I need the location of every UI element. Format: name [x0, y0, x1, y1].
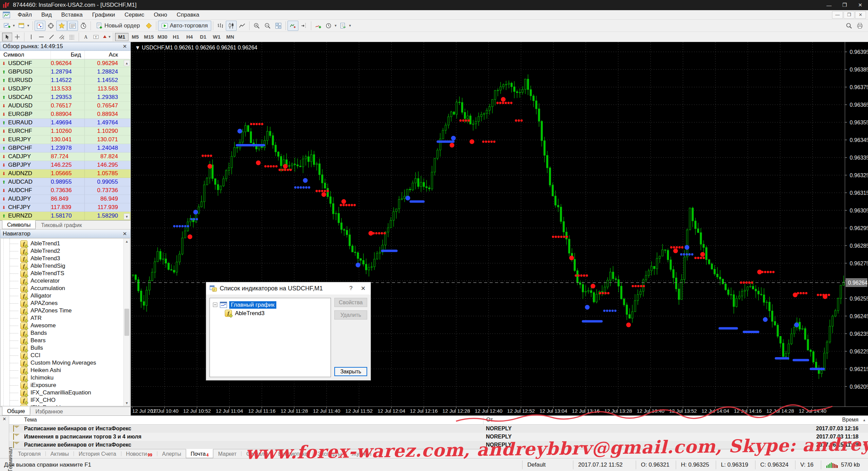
menu-item-insert[interactable]: Вставка — [57, 11, 87, 19]
navigator-tab-1[interactable]: Избранное — [31, 407, 68, 415]
terminal-close-icon[interactable]: ✕ — [0, 416, 9, 422]
arrows-tool-button[interactable]: ▾ — [101, 33, 111, 41]
market-watch-row-eurusd[interactable]: ⬆EURUSD1.145221.14552 — [0, 76, 131, 85]
tree-collapse-icon[interactable] — [213, 303, 217, 307]
market-watch-row-eurgbp[interactable]: ⬇EURGBP0.889040.88934 — [0, 110, 131, 119]
navigator-item-abletrendsig[interactable]: fAbleTrendSig — [1, 262, 130, 270]
market-watch-row-euraud[interactable]: ⬆EURAUD1.496941.49764 — [0, 119, 131, 127]
text-label-tool-button[interactable]: T — [91, 33, 101, 41]
market-watch-row-audcad[interactable]: ⬆AUDCAD0.989550.99055 — [0, 178, 131, 186]
terminal-tab-trade[interactable]: Торговля — [13, 449, 45, 458]
menu-item-window[interactable]: Окно — [149, 11, 172, 19]
navigator-item-custom-moving-averages[interactable]: fCustom Moving Averages — [1, 359, 130, 367]
market-watch-row-audchf[interactable]: ⬇AUDCHF0.736360.73736 — [0, 186, 131, 195]
search-button[interactable] — [844, 21, 854, 31]
indicators-list-dialog[interactable]: f Список индикаторов на USDCHF,M1 ? ✕ Гл… — [206, 282, 371, 381]
metaeditor-button[interactable] — [143, 21, 154, 31]
column-from[interactable]: От — [483, 416, 804, 424]
navigator-item-ifx-cho[interactable]: fIFX_CHO — [1, 396, 130, 404]
close-dialog-button[interactable]: Закрыть — [334, 367, 367, 376]
indicators-listbox[interactable]: Главный график f AbleTrend3 — [210, 298, 331, 377]
timeframe-button-h1[interactable]: H1 — [169, 33, 183, 41]
mail-row-1[interactable]: Изменения в расписании торгов 3 и 4 июля… — [9, 433, 868, 441]
navigator-item-abletrend2[interactable]: fAbleTrend2 — [1, 247, 130, 255]
navigator-item-bears[interactable]: fBears — [1, 337, 130, 344]
market-watch-row-audnzd[interactable]: ⬇AUDNZD1.056651.05785 — [0, 169, 131, 178]
terminal-tab-journal[interactable]: Журнал — [347, 449, 376, 458]
print-button[interactable] — [854, 21, 865, 31]
menu-item-charts[interactable]: Графики — [87, 11, 120, 19]
navigator-item-ifx-donchian[interactable]: fIFX_Donchian — [1, 404, 130, 406]
market-watch-row-gbpchf[interactable]: ⬆GBPCHF1.239781.24048 — [0, 144, 131, 152]
navigator-item-iexposure[interactable]: fiExposure — [1, 382, 130, 389]
dialog-help-button[interactable]: ? — [345, 283, 357, 293]
column-ask[interactable]: Аск — [85, 52, 121, 58]
market-watch-row-gbpjpy[interactable]: ⬇GBPJPY146.225146.295 — [0, 161, 131, 169]
market-watch-row-cadjpy[interactable]: ⬇CADJPY87.72487.824 — [0, 152, 131, 161]
market-watch-tab-0[interactable]: Символы — [2, 220, 36, 229]
vertical-line-tool-button[interactable] — [26, 33, 36, 41]
market-watch-toggle-button[interactable] — [35, 21, 45, 31]
navigator-item-apazones-time[interactable]: fAPAZones Time — [1, 307, 130, 314]
column-symbol[interactable]: Символ — [0, 51, 51, 59]
terminal-tab-assets[interactable]: Активы — [46, 449, 74, 458]
child-minimize-button[interactable]: — — [832, 11, 843, 19]
navigator-item-abletrendts[interactable]: fAbleTrendTS — [1, 270, 130, 277]
status-profile[interactable]: Default — [522, 460, 573, 469]
zoom-out-button[interactable] — [262, 21, 273, 31]
scroll-up-icon[interactable]: ▲ — [124, 239, 130, 244]
autotrade-button[interactable]: Авто-торговля — [158, 21, 211, 31]
market-watch-row-chfjpy[interactable]: ⬇CHFJPY117.839117.939 — [0, 203, 131, 212]
dialog-close-button[interactable]: ✕ — [357, 283, 369, 293]
crosshair-tool-button[interactable] — [12, 33, 22, 41]
new-order-button[interactable]: Новый ордер — [93, 21, 143, 31]
navigator-item-cci[interactable]: fCCI — [1, 352, 130, 359]
chart-shift-button[interactable] — [298, 21, 309, 31]
channel-tool-button[interactable]: E — [57, 33, 67, 41]
navigator-scrollbar[interactable]: ▲ ▼ — [123, 239, 130, 406]
column-subject[interactable]: Тема — [24, 417, 483, 423]
market-watch-tab-1[interactable]: Тиковый график — [36, 221, 87, 229]
timeframe-button-mn[interactable]: MN — [223, 33, 237, 41]
column-time[interactable]: Время — [804, 417, 861, 423]
horizontal-line-tool-button[interactable] — [36, 33, 46, 41]
market-watch-row-audjpy[interactable]: ⬇AUDJPY86.84986.949 — [0, 195, 131, 203]
timeframe-button-m15[interactable]: M15 — [142, 33, 156, 41]
tree-item-label[interactable]: AbleTrend3 — [235, 310, 264, 317]
market-watch-row-eurjpy[interactable]: ⬇EURJPY130.041130.071 — [0, 136, 131, 144]
mail-row-0[interactable]: Расписание вебинаров от ИнстаФорексNOREP… — [9, 425, 868, 433]
close-button[interactable]: ✕ — [852, 0, 868, 10]
menu-item-view[interactable]: Вид — [37, 11, 57, 19]
cursor-tool-button[interactable] — [2, 33, 12, 41]
strategy-tester-button[interactable] — [78, 21, 89, 31]
tree-item-abletrend3[interactable]: f AbleTrend3 — [225, 309, 331, 318]
navigator-item-abletrend1[interactable]: fAbleTrend1 — [1, 240, 130, 247]
terminal-tab-history[interactable]: История Счета — [74, 449, 121, 458]
indicators-button[interactable] — [313, 21, 324, 31]
navigator-item-alligator[interactable]: fAlligator — [1, 292, 130, 300]
scroll-down-icon[interactable]: ▼ — [124, 213, 130, 220]
line-chart-button[interactable] — [237, 21, 248, 31]
new-chart-button[interactable]: ▾ — [2, 21, 17, 31]
navigator-item-bulls[interactable]: fBulls — [1, 344, 130, 352]
data-window-button[interactable] — [45, 21, 56, 31]
navigator-item-ichimoku[interactable]: fIchimoku — [1, 374, 130, 382]
navigator-item-awesome[interactable]: fAwesome — [1, 322, 130, 329]
delete-button[interactable]: Удалить — [334, 310, 367, 320]
scrollbar-thumb[interactable] — [124, 309, 129, 335]
maximize-button[interactable]: ❐ — [837, 0, 852, 10]
child-restore-button[interactable]: ❐ — [844, 11, 854, 19]
navigator-close-icon[interactable]: ✕ — [122, 231, 128, 237]
tile-windows-button[interactable] — [273, 21, 284, 31]
auto-scroll-button[interactable] — [288, 21, 298, 31]
timeframe-button-m5[interactable]: M5 — [129, 33, 142, 41]
terminal-tab-experts[interactable]: Эксперты — [313, 449, 347, 458]
navigator-item-accelerator[interactable]: fAccelerator — [1, 277, 130, 285]
terminal-tab-news[interactable]: Новости99 — [121, 449, 157, 458]
candlestick-chart-button[interactable] — [226, 21, 237, 31]
market-watch-close-icon[interactable]: ✕ — [122, 43, 128, 49]
menu-item-file[interactable]: Файл — [13, 11, 37, 19]
templates-button[interactable]: ▾ — [338, 21, 353, 31]
terminal-tab-alerts[interactable]: Алерты — [157, 449, 186, 458]
zoom-in-button[interactable] — [251, 21, 262, 31]
